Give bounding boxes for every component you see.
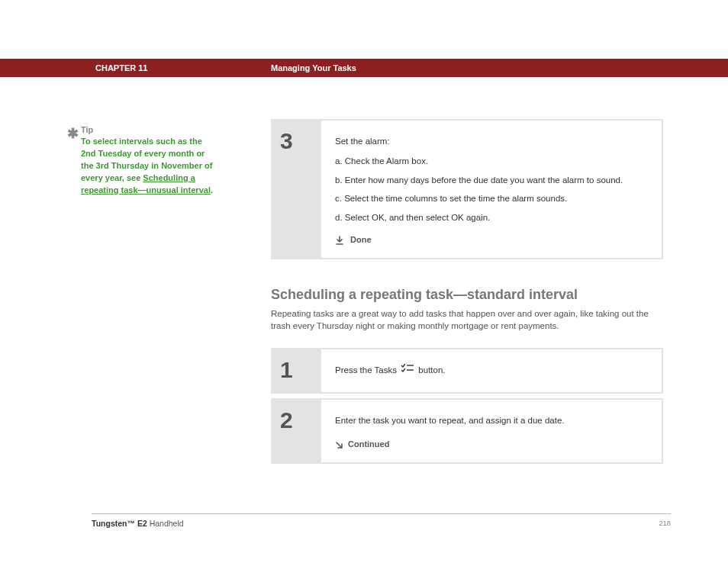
step-body-1: Press the Tasks button. [321, 349, 662, 392]
done-row: Done [335, 233, 648, 247]
step-box-1: 1 Press the Tasks button. [271, 348, 663, 394]
tip-label: Tip [81, 125, 218, 134]
footer-product: Tungsten™ E2 Handheld [92, 519, 184, 528]
step3-item-a: a. Check the Alarm box. [335, 154, 648, 168]
done-label: Done [350, 233, 372, 247]
section-intro: Repeating tasks are a great way to add t… [271, 307, 663, 333]
step-body-3: Set the alarm: a. Check the Alarm box. b… [321, 121, 662, 258]
done-arrow-icon [335, 236, 344, 245]
continued-arrow-icon [335, 441, 343, 449]
tip-text: To select intervals such as the 2nd Tues… [81, 136, 218, 197]
step-number-1: 1 [272, 349, 321, 392]
header-section-title: Managing Your Tasks [271, 63, 356, 72]
step-box-2: 2 Enter the task you want to repeat, and… [271, 398, 663, 464]
step2-text: Enter the task you want to repeat, and a… [335, 413, 648, 427]
step-box-3: 3 Set the alarm: a. Check the Alarm box.… [271, 119, 663, 259]
footer-divider [92, 513, 671, 514]
footer-product-bold: Tungsten™ E2 [92, 519, 147, 528]
step1-text-before: Press the Tasks [335, 365, 399, 375]
header-band: CHAPTER 11 Managing Your Tasks [0, 59, 728, 77]
step3-item-b: b. Enter how many days before the due da… [335, 173, 648, 187]
continued-label: Continued [348, 438, 389, 452]
page-footer: Tungsten™ E2 Handheld 218 [92, 519, 671, 528]
main-content: 3 Set the alarm: a. Check the Alarm box.… [271, 119, 663, 468]
step3-item-d: d. Select OK, and then select OK again. [335, 211, 648, 224]
step-body-2: Enter the task you want to repeat, and a… [321, 400, 662, 462]
step3-lead: Set the alarm: [335, 134, 648, 148]
step3-item-c: c. Select the time columns to set the ti… [335, 191, 648, 205]
step-number-2: 2 [272, 400, 321, 462]
footer-product-rest: Handheld [147, 519, 184, 528]
continued-row: Continued [335, 438, 648, 452]
step1-text-after: button. [418, 365, 445, 375]
tip-text-after: . [211, 185, 213, 195]
tasks-icon [401, 363, 414, 378]
asterisk-icon: ✱ [67, 125, 79, 142]
section-heading: Scheduling a repeating task—standard int… [271, 287, 663, 303]
step-number-3: 3 [272, 121, 321, 258]
tip-sidebar: ✱ Tip To select intervals such as the 2n… [81, 125, 218, 197]
footer-page-number: 218 [659, 519, 671, 528]
header-chapter: CHAPTER 11 [95, 63, 147, 72]
